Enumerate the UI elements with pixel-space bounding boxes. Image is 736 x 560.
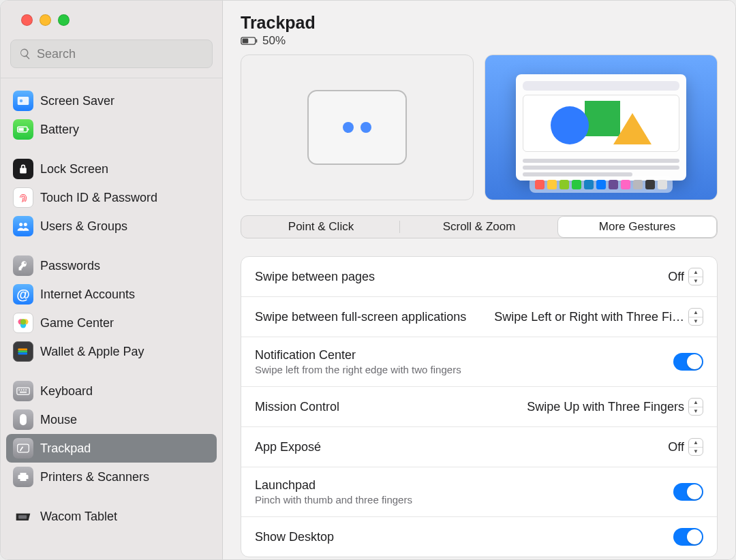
sidebar-item-label: Trackpad [40,441,91,456]
popup-stepper[interactable]: ▲▼ [688,268,703,285]
row-swipe-between-pages: Swipe between pages Off ▲▼ [241,257,717,297]
svg-point-5 [19,223,22,226]
svg-rect-22 [18,515,27,518]
sidebar-item-trackpad[interactable]: Trackpad [6,434,217,463]
trackpad-illustration [307,90,407,165]
window-controls [1,1,222,34]
setting-label: Launchpad [255,478,412,493]
toggle-notification-center[interactable] [673,353,703,371]
setting-label: Swipe between full-screen applications [255,310,466,324]
svg-rect-3 [28,129,29,131]
sidebar-item-passwords[interactable]: Passwords [6,251,217,280]
key-icon [13,255,33,276]
zoom-window-button[interactable] [58,14,70,26]
preview-row [241,55,718,200]
svg-rect-14 [17,388,29,394]
sidebar-item-mouse[interactable]: Mouse [6,405,217,434]
sidebar-item-label: Keyboard [40,384,93,399]
minimize-window-button[interactable] [40,14,51,26]
svg-rect-21 [18,444,29,452]
row-app-expose: App Exposé Off ▲▼ [241,427,717,467]
setting-label: Show Desktop [255,530,334,544]
tab-scroll-zoom[interactable]: Scroll & Zoom [400,217,558,237]
setting-value: Swipe Up with Three Fingers [527,400,684,414]
sidebar-item-label: Users & Groups [40,219,127,234]
search-icon [19,48,31,60]
sidebar-item-printers-scanners[interactable]: Printers & Scanners [6,463,217,491]
game-center-icon [13,313,33,333]
screen-saver-icon [13,91,33,111]
sidebar-list[interactable]: Screen Saver Battery Lock Screen [1,78,222,559]
popup-stepper[interactable]: ▲▼ [688,438,703,456]
sidebar-item-keyboard[interactable]: Keyboard [6,377,217,405]
gesture-preview [485,55,718,200]
sidebar-item-label: Game Center [40,316,114,330]
svg-rect-12 [18,351,28,353]
sidebar-item-wacom-tablet[interactable]: Wacom Tablet [6,502,217,531]
search-input[interactable] [37,47,204,61]
tab-bar: Point & Click Scroll & Zoom More Gesture… [241,215,718,238]
svg-rect-16 [21,390,22,391]
sidebar: Screen Saver Battery Lock Screen [1,1,223,559]
sidebar-item-wallet-apple-pay[interactable]: Wallet & Apple Pay [6,337,217,366]
svg-rect-20 [20,414,27,425]
tab-more-gestures[interactable]: More Gestures [558,217,716,237]
sidebar-item-label: Printers & Scanners [40,470,149,484]
svg-point-6 [24,223,27,226]
svg-point-10 [20,319,26,324]
trackpad-preview [241,55,474,200]
sidebar-item-game-center[interactable]: Game Center [6,309,217,337]
svg-rect-13 [18,353,28,355]
setting-sub: Swipe left from the right edge with two … [255,364,461,375]
setting-label: Mission Control [255,400,339,414]
svg-point-1 [20,99,23,103]
printer-icon [13,467,33,487]
sidebar-item-label: Touch ID & Password [40,191,157,205]
setting-value: Off [668,270,684,284]
row-mission-control: Mission Control Swipe Up with Three Fing… [241,387,717,427]
setting-value: Off [668,440,684,454]
sidebar-item-label: Screen Saver [40,94,114,108]
keyboard-icon [13,381,33,401]
row-notification-center: Notification Center Swipe left from the … [241,337,717,387]
popup-stepper[interactable]: ▲▼ [688,308,703,326]
wallet-icon [13,341,33,362]
toggle-show-desktop[interactable] [673,528,703,546]
main-content: Trackpad 50% [223,1,735,559]
row-launchpad: Launchpad Pinch with thumb and three fin… [241,467,717,517]
battery-icon [13,119,33,140]
trackpad-icon [13,438,33,458]
sidebar-item-battery[interactable]: Battery [6,115,217,144]
svg-rect-4 [18,128,24,131]
sidebar-item-screen-saver[interactable]: Screen Saver [6,87,217,115]
svg-rect-15 [18,390,20,391]
tab-point-click[interactable]: Point & Click [242,217,400,237]
page-title: Trackpad [241,13,718,33]
svg-rect-19 [20,392,27,393]
sidebar-item-users-groups[interactable]: Users & Groups [6,212,217,240]
svg-rect-25 [243,39,249,44]
close-window-button[interactable] [21,14,33,26]
sidebar-item-lock-screen[interactable]: Lock Screen [6,155,217,183]
mouse-icon [13,409,33,430]
sidebar-item-touch-id[interactable]: Touch ID & Password [6,183,217,212]
setting-value: Swipe Left or Right with Three Fi… [494,310,684,324]
popup-stepper[interactable]: ▲▼ [688,398,703,416]
fingerprint-icon [13,187,33,208]
sidebar-item-label: Internet Accounts [40,287,135,302]
sidebar-item-internet-accounts[interactable]: @ Internet Accounts [6,280,217,309]
battery-status: 50% [241,34,718,48]
toggle-launchpad[interactable] [673,483,703,501]
svg-rect-11 [18,349,28,351]
setting-sub: Pinch with thumb and three fingers [255,494,412,505]
sidebar-item-label: Wacom Tablet [40,510,117,524]
sidebar-item-label: Passwords [40,259,100,273]
svg-rect-0 [18,97,29,105]
sidebar-item-label: Battery [40,123,79,137]
row-swipe-between-apps: Swipe between full-screen applications S… [241,297,717,337]
search-field[interactable] [10,40,213,68]
dock-illustration [530,176,673,193]
users-icon [13,216,33,236]
row-show-desktop: Show Desktop [241,517,717,557]
sidebar-item-label: Wallet & Apple Pay [40,345,144,359]
